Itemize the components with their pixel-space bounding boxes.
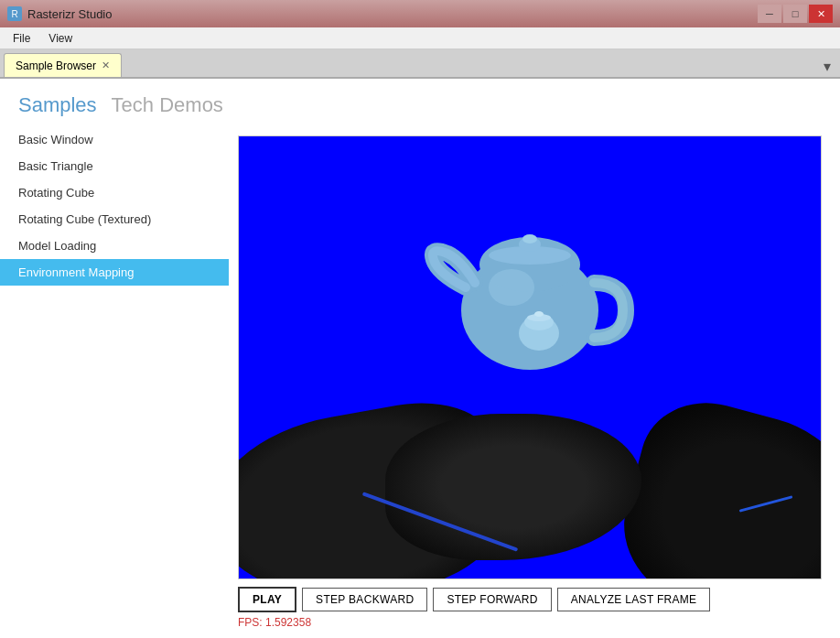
minimize-button[interactable]: ─ <box>758 5 781 23</box>
maximize-button[interactable]: □ <box>783 5 807 23</box>
tab-scroll-button[interactable]: ▾ <box>818 56 836 77</box>
tab-bar-left: Sample Browser ✕ <box>4 53 122 77</box>
render-canvas <box>238 135 822 579</box>
sidebar-item-basic-triangle[interactable]: Basic Triangle <box>0 153 229 179</box>
blob-3 <box>385 414 641 560</box>
samples-tab[interactable]: Samples <box>18 93 97 117</box>
app-icon: R <box>7 6 22 21</box>
menu-bar: File View <box>0 27 840 49</box>
scene-container <box>239 136 821 579</box>
fps-label: FPS: 1.592358 <box>238 612 822 629</box>
main-content: Samples Tech Demos Basic Window Basic Tr… <box>0 79 840 638</box>
sidebar: Basic Window Basic Triangle Rotating Cub… <box>0 126 229 638</box>
tab-bar: Sample Browser ✕ ▾ <box>0 49 840 79</box>
sidebar-item-environment-mapping[interactable]: Environment Mapping <box>0 259 229 286</box>
svg-point-4 <box>522 234 537 243</box>
tech-demos-tab[interactable]: Tech Demos <box>112 93 223 117</box>
sidebar-item-model-loading[interactable]: Model Loading <box>0 232 229 259</box>
content-row: Basic Window Basic Triangle Rotating Cub… <box>0 126 840 638</box>
title-bar-controls: ─ □ ✕ <box>758 5 833 23</box>
step-forward-button[interactable]: STEP FORWARD <box>433 588 551 611</box>
svg-point-9 <box>534 311 544 317</box>
svg-point-5 <box>489 269 534 306</box>
app-title: Rasterizr Studio <box>27 7 112 21</box>
play-button[interactable]: PLAY <box>238 587 296 612</box>
controls-row: PLAY STEP BACKWARD STEP FORWARD ANALYZE … <box>238 579 822 612</box>
sidebar-item-basic-window[interactable]: Basic Window <box>0 126 229 153</box>
tab-label: Sample Browser <box>16 59 96 72</box>
step-backward-button[interactable]: STEP BACKWARD <box>302 588 427 611</box>
sidebar-item-rotating-cube-textured[interactable]: Rotating Cube (Textured) <box>0 206 229 232</box>
analyze-last-frame-button[interactable]: ANALYZE LAST FRAME <box>557 588 711 611</box>
tab-close-button[interactable]: ✕ <box>102 59 110 71</box>
samples-header: Samples Tech Demos <box>0 79 840 126</box>
menu-view[interactable]: View <box>39 30 81 47</box>
title-bar-left: R Rasterizr Studio <box>7 6 112 21</box>
sidebar-item-rotating-cube[interactable]: Rotating Cube <box>0 179 229 206</box>
preview-area: PLAY STEP BACKWARD STEP FORWARD ANALYZE … <box>229 126 840 638</box>
close-button[interactable]: ✕ <box>809 5 833 23</box>
menu-file[interactable]: File <box>4 30 39 47</box>
tab-sample-browser[interactable]: Sample Browser ✕ <box>4 53 122 77</box>
title-bar: R Rasterizr Studio ─ □ ✕ <box>0 0 840 27</box>
teapot <box>420 191 640 393</box>
